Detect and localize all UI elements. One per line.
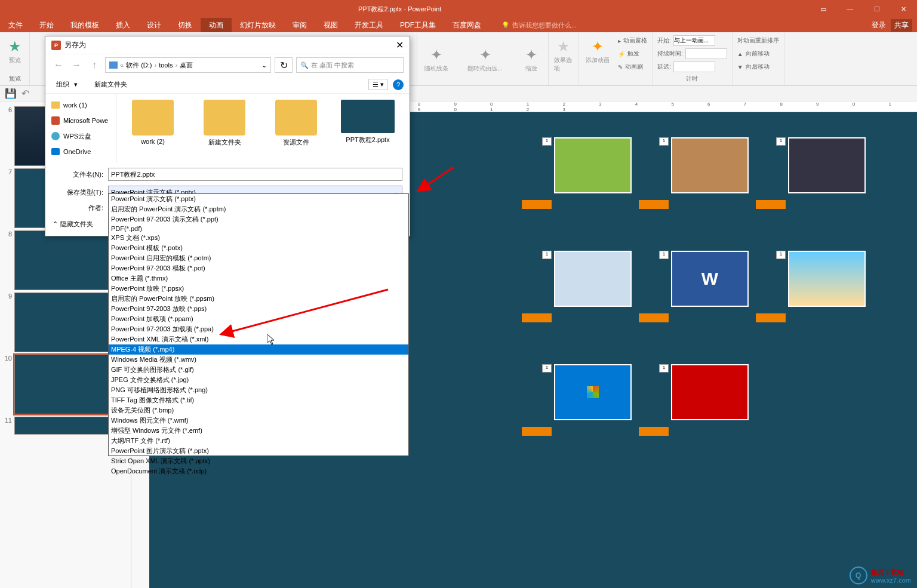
hide-folders-button[interactable]: ⌃ 隐藏文件夹 xyxy=(53,220,93,229)
move-earlier-button[interactable]: ▲向前移动 xyxy=(737,48,779,60)
dropdown-option[interactable]: PowerPoint 97-2003 放映 (*.pps) xyxy=(109,304,408,314)
dropdown-option[interactable]: PowerPoint 97-2003 加载项 (*.ppa) xyxy=(109,324,408,334)
maximize-icon[interactable]: ☐ xyxy=(863,0,890,18)
tab-transitions[interactable]: 切换 xyxy=(170,18,201,32)
dropdown-option[interactable]: PowerPoint 97-2003 模板 (*.pot) xyxy=(109,263,408,273)
dropdown-option[interactable]: Strict Open XML 演示文稿 (*.pptx) xyxy=(109,456,408,466)
sidebar-item-onedrive[interactable]: OneDrive xyxy=(45,144,116,159)
list-item[interactable]: 1W xyxy=(639,251,752,328)
tab-home[interactable]: 开始 xyxy=(31,18,62,32)
file-item[interactable]: work (2) xyxy=(123,100,183,157)
tab-pdf[interactable]: PDF工具集 xyxy=(392,18,444,32)
animation-pane-button[interactable]: ▸动画窗格 xyxy=(618,35,647,47)
dropdown-option[interactable]: PNG 可移植网络图形格式 (*.png) xyxy=(109,385,408,395)
dropdown-option[interactable]: Windows 图元文件 (*.wmf) xyxy=(109,415,408,426)
dialog-sidebar[interactable]: work (1) Microsoft Powe WPS云盘 OneDrive xyxy=(45,94,117,163)
search-input[interactable]: 🔍 在 桌面 中搜索 xyxy=(296,57,404,73)
dropdown-option[interactable]: PowerPoint 97-2003 演示文稿 (*.ppt) xyxy=(109,214,408,224)
nav-forward-button[interactable]: → xyxy=(69,58,84,72)
tab-templates[interactable]: 我的模板 xyxy=(62,18,107,32)
list-item[interactable]: 1 xyxy=(639,364,752,442)
dialog-close-button[interactable]: ✕ xyxy=(396,39,404,51)
effect-options-button[interactable]: ★效果选项 xyxy=(552,35,576,75)
dropdown-option[interactable]: PowerPoint 放映 (*.ppsx) xyxy=(109,284,408,294)
dropdown-option[interactable]: PDF(*.pdf) xyxy=(109,224,408,233)
file-item[interactable]: 新建文件夹 xyxy=(195,100,254,157)
tab-insert[interactable]: 插入 xyxy=(107,18,139,32)
file-item[interactable]: 资源文件 xyxy=(266,100,326,157)
tab-view[interactable]: 视图 xyxy=(315,18,346,32)
sidebar-item-powerpoint[interactable]: Microsoft Powe xyxy=(45,113,116,128)
slide-thumb-9[interactable] xyxy=(14,293,122,352)
dropdown-option[interactable]: JPEG 文件交换格式 (*.jpg) xyxy=(109,375,408,385)
slide-thumb-8[interactable] xyxy=(14,230,122,290)
help-button[interactable]: ? xyxy=(393,79,404,90)
tab-animations[interactable]: 动画 xyxy=(201,18,232,32)
slide-thumb-10[interactable] xyxy=(14,355,122,414)
start-dropdown[interactable] xyxy=(673,35,715,46)
animation-painter-button[interactable]: ✎动画刷 xyxy=(618,61,647,73)
tab-review[interactable]: 审阅 xyxy=(284,18,315,32)
sidebar-item-work[interactable]: work (1) xyxy=(45,97,116,113)
refresh-button[interactable]: ↻ xyxy=(275,57,293,73)
close-icon[interactable]: ✕ xyxy=(890,0,917,18)
dropdown-option[interactable]: TIFF Tag 图像文件格式 (*.tif) xyxy=(109,395,408,405)
file-item[interactable]: PPT教程2.pptx xyxy=(338,100,398,157)
nav-back-button[interactable]: ← xyxy=(51,58,66,72)
duration-input[interactable] xyxy=(685,48,727,59)
undo-icon[interactable]: ↶ xyxy=(21,88,29,99)
add-animation-button[interactable]: ✦添加动画 xyxy=(583,35,612,67)
dropdown-option[interactable]: 增强型 Windows 元文件 (*.emf) xyxy=(109,426,408,436)
list-item[interactable]: 1 xyxy=(756,251,869,328)
chevron-down-icon[interactable]: ⌄ xyxy=(261,61,267,69)
sidebar-item-wps[interactable]: WPS云盘 xyxy=(45,128,116,144)
random-lines-button[interactable]: ✦随机线条 xyxy=(422,43,451,75)
dropdown-option[interactable]: PowerPoint 演示文稿 (*.pptx) xyxy=(109,194,408,204)
dropdown-option[interactable]: GIF 可交换的图形格式 (*.gif) xyxy=(109,365,408,375)
file-list[interactable]: work (2) 新建文件夹 资源文件 PPT教程2.pptx xyxy=(117,94,410,163)
save-icon[interactable]: 💾 xyxy=(5,88,17,99)
tab-slideshow[interactable]: 幻灯片放映 xyxy=(232,18,284,32)
flip-button[interactable]: ✦翻转式由远... xyxy=(465,43,504,75)
dropdown-option[interactable]: PowerPoint 加载项 (*.ppam) xyxy=(109,314,408,324)
breadcrumb[interactable]: « 软件 (D:)› tools› 桌面 ⌄ xyxy=(105,57,271,73)
slide-thumb-11[interactable] xyxy=(14,417,122,435)
dropdown-option[interactable]: Windows Media 视频 (*.wmv) xyxy=(109,355,408,365)
organize-button[interactable]: 组织 xyxy=(51,79,74,90)
trigger-button[interactable]: ⚡触发 xyxy=(618,48,647,60)
list-item[interactable]: 1 xyxy=(522,364,635,442)
dropdown-option[interactable]: MPEG-4 视频 (*.mp4) xyxy=(109,344,408,355)
dropdown-option[interactable]: Office 主题 (*.thmx) xyxy=(109,273,408,284)
dropdown-option[interactable]: PowerPoint 图片演示文稿 (*.pptx) xyxy=(109,446,408,456)
dropdown-option[interactable]: 启用宏的 PowerPoint 放映 (*.ppsm) xyxy=(109,294,408,304)
dropdown-option[interactable]: 大纲/RTF 文件 (*.rtf) xyxy=(109,436,408,446)
dropdown-option[interactable]: XPS 文档 (*.xps) xyxy=(109,233,408,243)
filetype-dropdown-list[interactable]: PowerPoint 演示文稿 (*.pptx)启用宏的 PowerPoint … xyxy=(108,193,409,456)
delay-input[interactable] xyxy=(673,61,715,72)
list-item[interactable]: 1 xyxy=(522,251,635,328)
login-button[interactable]: 登录 xyxy=(872,20,886,30)
dropdown-option[interactable]: 启用宏的 PowerPoint 演示文稿 (*.pptm) xyxy=(109,204,408,214)
list-item[interactable]: 1 xyxy=(639,137,752,215)
list-item[interactable]: 1 xyxy=(522,137,635,215)
view-mode-button[interactable]: ☰ ▾ xyxy=(368,79,388,90)
tab-file[interactable]: 文件 xyxy=(0,18,31,32)
dropdown-option[interactable]: PowerPoint 启用宏的模板 (*.potm) xyxy=(109,253,408,263)
list-item[interactable]: 1 xyxy=(756,137,869,215)
tell-me-search[interactable]: 💡 告诉我您想要做什么... xyxy=(501,21,577,30)
dropdown-option[interactable]: PowerPoint 模板 (*.potx) xyxy=(109,243,408,253)
minimize-icon[interactable]: — xyxy=(836,0,863,18)
tab-design[interactable]: 设计 xyxy=(139,18,170,32)
zoom-button[interactable]: ✦缩放 xyxy=(519,43,543,75)
ribbon-display-icon[interactable]: ▭ xyxy=(810,0,836,18)
preview-button[interactable]: ★ 预览 xyxy=(3,35,27,67)
new-folder-button[interactable]: 新建文件夹 xyxy=(90,79,132,90)
dropdown-option[interactable]: OpenDocument 演示文稿 (*.odp) xyxy=(109,466,408,476)
dropdown-option[interactable]: 设备无关位图 (*.bmp) xyxy=(109,405,408,415)
filename-input[interactable] xyxy=(108,168,402,181)
share-button[interactable]: 共享 xyxy=(891,19,912,32)
nav-up-button[interactable]: ↑ xyxy=(87,58,101,72)
tab-baidu[interactable]: 百度网盘 xyxy=(444,18,490,32)
dropdown-option[interactable]: PowerPoint XML 演示文稿 (*.xml) xyxy=(109,334,408,344)
tab-developer[interactable]: 开发工具 xyxy=(346,18,392,32)
